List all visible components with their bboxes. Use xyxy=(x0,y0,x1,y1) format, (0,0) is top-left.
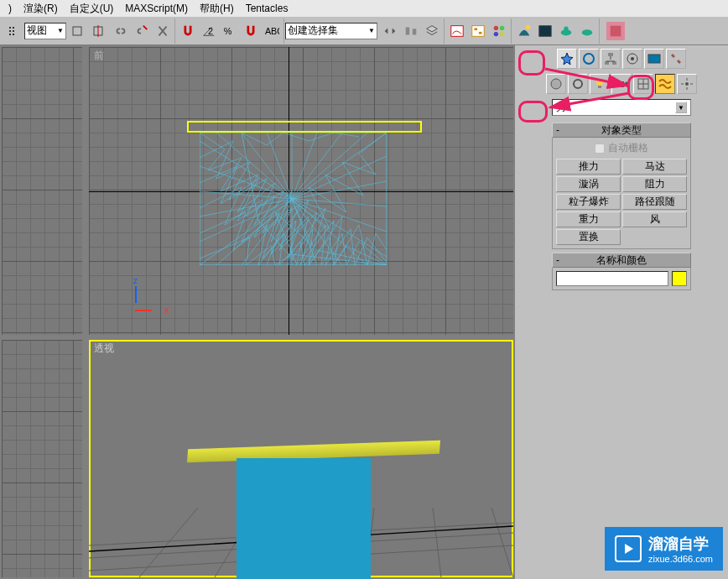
percent-snap-icon[interactable]: % xyxy=(220,21,240,41)
render-frame-icon[interactable] xyxy=(535,21,555,41)
spacewarps-subtab[interactable] xyxy=(655,74,675,94)
viewport-front[interactable]: 前 zx xyxy=(89,47,513,335)
helpers-subtab[interactable] xyxy=(633,74,653,94)
render-icon[interactable] xyxy=(556,21,576,41)
schematic-icon[interactable] xyxy=(468,21,488,41)
svg-text:%: % xyxy=(224,25,232,35)
rollout-title-object-type: 对象类型 xyxy=(601,123,642,138)
display-tab[interactable] xyxy=(644,49,664,69)
svg-point-4 xyxy=(13,30,14,32)
render-setup-icon[interactable] xyxy=(514,21,534,41)
tb-group-magnet: 2 % ABC xyxy=(176,18,284,44)
utilities-tab[interactable] xyxy=(666,49,686,69)
svg-point-0 xyxy=(9,27,11,29)
abc-icon[interactable]: ABC xyxy=(262,21,282,41)
rollout-header-name-color[interactable]: - 名称和颜色 xyxy=(552,253,691,268)
svg-rect-42 xyxy=(605,61,609,65)
btn-wind[interactable]: 风 xyxy=(622,211,687,227)
btn-path-follow[interactable]: 路径跟随 xyxy=(622,194,687,210)
magnet-icon[interactable] xyxy=(178,21,198,41)
view-dropdown[interactable]: 视图▼ xyxy=(24,23,66,39)
category-dropdown[interactable]: 力 ▼ xyxy=(552,99,691,116)
svg-point-20 xyxy=(500,25,504,29)
unlink-icon[interactable] xyxy=(132,21,152,41)
selection-set-dropdown[interactable]: 创建选择集▼ xyxy=(285,23,377,39)
mirror-icon[interactable] xyxy=(380,21,400,41)
viewport-perspective[interactable]: 透视 xyxy=(89,340,513,577)
viewport-area: 前 zx 透视 xyxy=(0,45,515,579)
btn-pbomb[interactable]: 粒子爆炸 xyxy=(556,194,621,210)
svg-point-49 xyxy=(551,79,561,89)
motion-tab[interactable] xyxy=(622,49,642,69)
handle-icon[interactable] xyxy=(3,21,23,41)
rollout-object-type: - 对象类型 自动栅格 推力 马达 漩涡 阻力 粒子爆炸 路径跟随 重力 风 置… xyxy=(552,123,691,249)
menu-customize[interactable]: 自定义(U) xyxy=(65,0,119,18)
svg-point-2 xyxy=(9,34,11,35)
bind-icon[interactable] xyxy=(153,21,173,41)
main-toolbar: 视图▼ 2 % ABC 创建选择集▼ xyxy=(0,17,728,45)
geometry-subtab[interactable] xyxy=(546,74,566,94)
tb-group-snap xyxy=(109,18,175,44)
svg-rect-28 xyxy=(611,25,621,36)
menu-partial[interactable]: ) xyxy=(3,1,17,16)
modify-tab[interactable] xyxy=(579,49,599,69)
perspective-cloth-object[interactable] xyxy=(237,458,371,579)
systems-subtab[interactable] xyxy=(677,74,697,94)
angle-snap-icon[interactable]: 2 xyxy=(199,21,219,41)
dropdown-arrow-icon: ▼ xyxy=(57,27,64,34)
tb-group-editors xyxy=(445,18,512,44)
svg-line-36 xyxy=(491,508,513,577)
svg-point-5 xyxy=(13,34,14,35)
svg-point-21 xyxy=(494,31,498,35)
magnet2-icon[interactable] xyxy=(241,21,261,41)
front-rail-object[interactable] xyxy=(187,121,422,133)
align-icon[interactable] xyxy=(401,21,421,41)
menu-help[interactable]: 帮助(H) xyxy=(195,0,239,18)
svg-rect-53 xyxy=(616,81,624,87)
cameras-subtab[interactable] xyxy=(611,74,632,94)
btn-push[interactable]: 推力 xyxy=(556,159,621,175)
svg-rect-13 xyxy=(406,27,410,34)
svg-line-9 xyxy=(143,25,148,29)
quick-render-icon[interactable] xyxy=(577,21,597,41)
btn-vortex[interactable]: 漩涡 xyxy=(556,176,621,192)
collapse-icon: - xyxy=(556,124,559,136)
svg-rect-17 xyxy=(475,28,478,30)
btn-gravity[interactable]: 重力 xyxy=(556,211,621,227)
svg-point-19 xyxy=(494,25,498,29)
lights-subtab[interactable] xyxy=(590,74,610,94)
svg-point-22 xyxy=(500,31,504,35)
keyframe-icon[interactable] xyxy=(67,21,87,41)
play-icon xyxy=(615,535,642,562)
menu-render[interactable]: 渲染(R) xyxy=(18,0,63,18)
object-color-swatch[interactable] xyxy=(672,271,687,286)
svg-rect-41 xyxy=(608,53,613,56)
svg-point-26 xyxy=(564,26,568,30)
object-name-input[interactable] xyxy=(556,271,668,286)
svg-rect-52 xyxy=(598,86,601,88)
rollout-title-name-color: 名称和颜色 xyxy=(596,253,647,268)
layers-icon[interactable] xyxy=(422,21,442,41)
view-label: 视图 xyxy=(27,23,47,38)
front-cloth-mesh[interactable] xyxy=(200,133,387,265)
btn-displace[interactable]: 置换 xyxy=(556,229,621,245)
object-type-grid: 推力 马达 漩涡 阻力 粒子爆炸 路径跟随 重力 风 置换 xyxy=(556,159,687,245)
curve-editor-icon[interactable] xyxy=(447,21,467,41)
shapes-subtab[interactable] xyxy=(568,74,588,94)
viewport-perspective-label: 透视 xyxy=(94,342,114,356)
menu-maxscript[interactable]: MAXScript(M) xyxy=(120,1,193,16)
link-icon[interactable] xyxy=(111,21,131,41)
svg-line-35 xyxy=(433,508,441,577)
hierarchy-tab[interactable] xyxy=(601,49,621,69)
create-tab[interactable] xyxy=(557,49,577,69)
btn-motor[interactable]: 马达 xyxy=(622,159,687,175)
material-icon[interactable] xyxy=(489,21,509,41)
viewport-bottom-left[interactable] xyxy=(2,340,82,577)
viewport-top-left[interactable] xyxy=(2,47,82,335)
special-icon[interactable] xyxy=(606,21,626,41)
menu-tentacles[interactable]: Tentacles xyxy=(241,1,294,16)
btn-drag[interactable]: 阻力 xyxy=(622,176,687,192)
rollout-header-object-type[interactable]: - 对象类型 xyxy=(552,123,691,138)
svg-point-27 xyxy=(582,29,593,35)
keyframe-add-icon[interactable] xyxy=(88,21,108,41)
